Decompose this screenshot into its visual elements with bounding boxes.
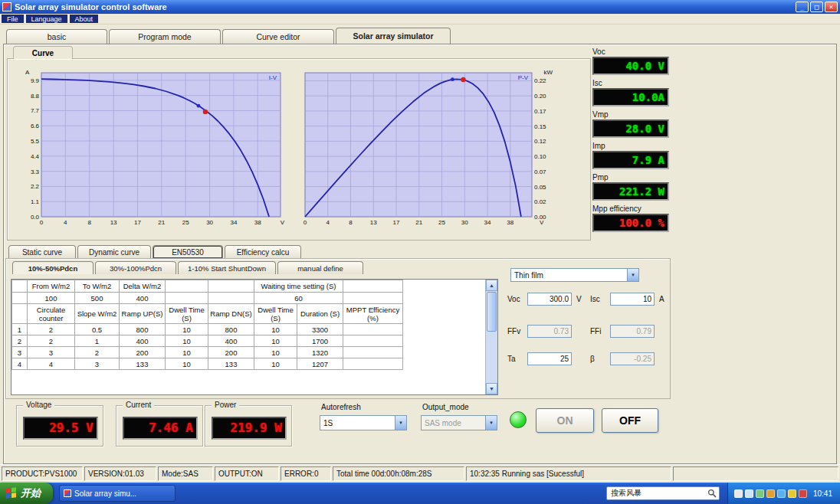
table-cell[interactable]: 4	[28, 358, 75, 370]
menu-item-file[interactable]: File	[2, 15, 24, 23]
table-cell[interactable]: 2	[12, 335, 28, 347]
tab-10-50-pdcn[interactable]: 10%-50%Pdcn	[12, 261, 94, 274]
tray-icon-volume[interactable]	[745, 489, 753, 498]
table-cell[interactable]: 10	[254, 324, 297, 335]
tab-manual-define[interactable]: manual define	[277, 261, 363, 274]
param-input-β[interactable]: -0.25	[610, 352, 655, 365]
table-setting-cell[interactable]	[208, 293, 254, 304]
tab-dynamic-curve[interactable]: Dynamic curve	[77, 245, 151, 258]
table-header-cell[interactable]: From W/m2	[28, 280, 75, 293]
menu-item-about[interactable]: About	[70, 15, 99, 23]
table-cell[interactable]: 1320	[297, 347, 343, 358]
table-setting-cell[interactable]	[12, 293, 28, 304]
table-column-header[interactable]	[12, 304, 28, 324]
table-column-header[interactable]: MPPT Efficiency (%)	[343, 304, 403, 324]
table-cell[interactable]: 1700	[297, 335, 343, 347]
tab-efficiency-calcu[interactable]: Efficiency calcu	[225, 245, 301, 258]
table-column-header[interactable]: Ramp DN(S)	[208, 304, 254, 324]
table-column-header[interactable]: Ramp UP(S)	[120, 304, 166, 324]
scroll-thumb[interactable]	[487, 292, 497, 332]
on-button[interactable]: ON	[536, 408, 594, 433]
tray-icon-messenger[interactable]	[777, 489, 786, 498]
table-column-header[interactable]: Dwell Time (S)	[254, 304, 297, 324]
tray-icon-update[interactable]	[788, 489, 796, 498]
chevron-down-icon[interactable]: ▼	[395, 416, 406, 430]
menu-item-language[interactable]: Language	[26, 15, 67, 23]
table-setting-cell[interactable]	[166, 293, 208, 304]
table-cell[interactable]: 3	[28, 347, 75, 358]
table-cell[interactable]: 3	[12, 347, 28, 358]
table-header-cell[interactable]: Delta W/m2	[120, 280, 166, 293]
table-cell[interactable]: 10	[254, 347, 297, 358]
chevron-down-icon[interactable]: ▼	[627, 269, 638, 281]
table-cell[interactable]: 3300	[297, 324, 343, 335]
param-input-Isc[interactable]: 10	[610, 293, 655, 306]
param-input-FFi[interactable]: 0.79	[610, 325, 655, 338]
off-button[interactable]: OFF	[602, 408, 658, 433]
tab-en50530[interactable]: EN50530	[153, 245, 223, 258]
taskbar-window-button[interactable]: Solar array simu...	[59, 485, 176, 502]
tab-curve[interactable]: Curve	[13, 46, 73, 59]
close-button[interactable]: ×	[825, 2, 838, 12]
table-header-cell[interactable]	[166, 280, 208, 293]
start-button[interactable]: 开始	[0, 483, 53, 504]
table-scrollbar[interactable]: ▲ ▼	[485, 280, 497, 394]
table-cell[interactable]: 10	[166, 358, 208, 370]
param-input-Ta[interactable]: 25	[527, 352, 572, 365]
tab-program-mode[interactable]: Program mode	[109, 29, 221, 44]
search-icon[interactable]	[707, 489, 717, 498]
scroll-up-icon[interactable]: ▲	[486, 280, 497, 291]
tray-icon-network[interactable]	[756, 489, 764, 498]
tray-icon-antivirus[interactable]	[766, 489, 775, 498]
table-setting-cell[interactable]: 60	[254, 293, 343, 304]
minimize-button[interactable]: _	[796, 2, 809, 12]
tray-icon-battery[interactable]	[799, 489, 807, 498]
tray-icon-input-method[interactable]	[734, 489, 743, 498]
table-cell[interactable]: 200	[120, 347, 166, 358]
tab-basic[interactable]: basic	[6, 29, 107, 44]
table-cell[interactable]: 0.5	[75, 324, 120, 335]
table-cell[interactable]: 1	[75, 335, 120, 347]
table-setting-cell[interactable]: 400	[120, 293, 166, 304]
table-cell[interactable]	[343, 347, 403, 358]
table-cell[interactable]: 133	[120, 358, 166, 370]
param-input-FFv[interactable]: 0.73	[527, 325, 572, 338]
table-cell[interactable]: 400	[120, 335, 166, 347]
tab-solar-array-simulator[interactable]: Solar array simulator	[336, 28, 451, 44]
table-cell[interactable]: 10	[254, 335, 297, 347]
table-cell[interactable]: 4	[12, 358, 28, 370]
table-cell[interactable]: 10	[166, 335, 208, 347]
table-cell[interactable]	[343, 335, 403, 347]
table-cell[interactable]: 800	[208, 324, 254, 335]
tab-1-10-start-shuntdown[interactable]: 1-10% Start ShuntDown	[178, 261, 276, 274]
table-setting-cell[interactable]	[343, 293, 403, 304]
table-cell[interactable]: 2	[75, 347, 120, 358]
table-cell[interactable]: 1207	[297, 358, 343, 370]
table-cell[interactable]: 10	[166, 347, 208, 358]
table-column-header[interactable]: Dwell Time (S)	[166, 304, 208, 324]
pv-model-select[interactable]: Thin film ▼	[510, 268, 639, 282]
window-titlebar[interactable]: Solar array simulator control software _…	[0, 0, 840, 14]
table-cell[interactable]: 133	[208, 358, 254, 370]
table-setting-cell[interactable]: 100	[28, 293, 75, 304]
table-cell[interactable]: 400	[208, 335, 254, 347]
table-cell[interactable]: 1	[12, 324, 28, 335]
table-column-header[interactable]: Circulate counter	[28, 304, 75, 324]
table-setting-cell[interactable]: 500	[75, 293, 120, 304]
scroll-down-icon[interactable]: ▼	[486, 383, 497, 394]
table-header-cell[interactable]	[208, 280, 254, 293]
tab-curve-editor[interactable]: Curve editor	[222, 29, 334, 44]
autorefresh-select[interactable]: 1S ▼	[320, 415, 407, 430]
table-cell[interactable]: 200	[208, 347, 254, 358]
output-mode-select[interactable]: SAS mode ▼	[421, 415, 497, 430]
table-cell[interactable]	[343, 358, 403, 370]
table-header-cell[interactable]	[343, 280, 403, 293]
table-cell[interactable]: 3	[75, 358, 120, 370]
table-cell[interactable]: 2	[28, 335, 75, 347]
maximize-button[interactable]: □	[810, 2, 823, 12]
taskbar-search-box[interactable]: 搜索风暴	[606, 486, 720, 500]
table-header-cell[interactable]: Waiting time setting (S)	[254, 280, 343, 293]
table-column-header[interactable]: Slope W/m2	[75, 304, 120, 324]
table-header-cell[interactable]: To W/m2	[75, 280, 120, 293]
table-cell[interactable]: 800	[120, 324, 166, 335]
